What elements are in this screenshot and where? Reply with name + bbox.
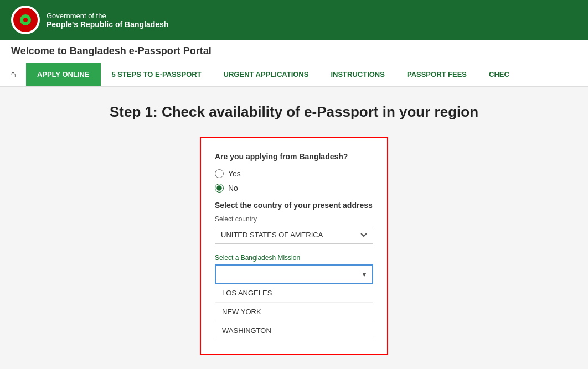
nav-label-apply-online: APPLY ONLINE (37, 70, 90, 79)
dropdown-item-la[interactable]: LOS ANGELES (215, 284, 373, 303)
welcome-text: Welcome to Bangladesh e-Passport Portal (11, 45, 212, 56)
nav-item-instructions[interactable]: INSTRUCTIONS (319, 63, 396, 86)
nav-item-passport-fees[interactable]: PASSPORT FEES (396, 63, 478, 86)
home-nav-item[interactable]: ⌂ (0, 63, 26, 86)
dropdown-item-wa[interactable]: WASHINGTON (215, 321, 373, 340)
availability-form: Are you applying from Bangladesh? Yes No… (200, 137, 388, 355)
nav-label-urgent: URGENT APPLICATIONS (224, 70, 309, 79)
navigation: ⌂ APPLY ONLINE 5 STEPS TO e-PASSPORT URG… (0, 63, 588, 87)
radio-no[interactable] (215, 184, 224, 193)
logo-inner (13, 8, 38, 32)
page-header: Government of the People's Republic of B… (0, 0, 588, 40)
applying-question: Are you applying from Bangladesh? (215, 152, 373, 161)
nav-label-instructions: INSTRUCTIONS (331, 70, 385, 79)
header-text: Government of the People's Republic of B… (47, 12, 168, 29)
country-select[interactable]: UNITED STATES OF AMERICA BANGLADESH UNIT… (215, 226, 373, 244)
home-icon: ⌂ (10, 69, 16, 80)
welcome-bar: Welcome to Bangladesh e-Passport Portal (0, 40, 588, 63)
radio-yes-text: Yes (228, 169, 241, 178)
nav-item-chec[interactable]: CHEC (478, 63, 520, 86)
main-content: Step 1: Check availability of e-Passport… (0, 87, 588, 369)
dropdown-item-ny[interactable]: NEW YORK (215, 303, 373, 321)
mission-dropdown-list: LOS ANGELES NEW YORK WASHINGTON (215, 284, 373, 340)
radio-group-bangladesh: Yes No (215, 169, 373, 193)
nav-label-passport-fees: PASSPORT FEES (407, 70, 467, 79)
nav-label-5steps: 5 STEPS TO e-PASSPORT (112, 70, 202, 79)
nav-item-5steps[interactable]: 5 STEPS TO e-PASSPORT (101, 63, 213, 86)
nav-item-apply-online[interactable]: APPLY ONLINE (26, 63, 101, 86)
radio-no-label[interactable]: No (215, 184, 373, 193)
mission-select[interactable]: LOS ANGELES NEW YORK WASHINGTON (215, 264, 373, 284)
mission-label: Select a Bangladesh Mission (215, 254, 373, 262)
header-line1: Government of the (47, 12, 168, 20)
nav-item-urgent[interactable]: URGENT APPLICATIONS (213, 63, 320, 86)
nav-label-chec: CHEC (489, 70, 509, 79)
radio-yes[interactable] (215, 169, 224, 178)
select-country-sub-label: Select country (215, 215, 373, 223)
step-title: Step 1: Check availability of e-Passport… (11, 103, 577, 121)
mission-select-wrapper: LOS ANGELES NEW YORK WASHINGTON ▼ (215, 264, 373, 284)
radio-yes-label[interactable]: Yes (215, 169, 373, 178)
select-country-section-label: Select the country of your present addre… (215, 201, 373, 210)
logo (11, 6, 40, 34)
radio-no-text: No (228, 184, 238, 193)
header-line2: People's Republic of Bangladesh (47, 20, 168, 29)
